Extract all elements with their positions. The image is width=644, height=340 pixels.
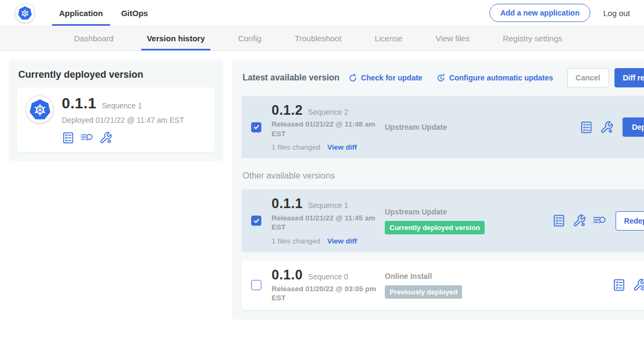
deployed-version-details: 0.1.1 Sequence 1 Deployed 01/21/22 @ 11:… (62, 95, 184, 144)
version-source: Online Install Previously deployed (382, 272, 612, 299)
kubernetes-logo-icon (29, 99, 51, 121)
version-info: 0.1.0 Sequence 0 Released 01/20/22 @ 03:… (272, 268, 382, 303)
version-checkbox[interactable] (251, 122, 261, 132)
view-config-icon[interactable] (633, 278, 644, 292)
version-checkbox[interactable] (251, 216, 261, 226)
version-actions (612, 278, 644, 292)
subnav-item-version-history[interactable]: Version history (141, 26, 210, 50)
deployed-timestamp: Deployed 01/21/22 @ 11:47 am EST (62, 116, 184, 124)
view-diff-link[interactable]: View diff (327, 237, 357, 245)
source-label: Upstream Update (385, 123, 580, 131)
deployed-sequence-label: Sequence 1 (102, 101, 142, 110)
check-for-update-link[interactable]: Check for update (348, 73, 422, 83)
kubernetes-logo[interactable] (15, 3, 35, 23)
source-label: Upstream Update (385, 208, 552, 216)
status-badge: Previously deployed (385, 285, 462, 299)
subnav-item-registry-settings[interactable]: Registry settings (497, 26, 568, 50)
logout-link[interactable]: Log out (603, 9, 630, 18)
diff-releases-button[interactable]: Diff releases (614, 68, 644, 87)
available-versions-panel: Latest available version Check for updat… (232, 60, 644, 320)
latest-available-title: Latest available version (243, 73, 340, 83)
subnav-item-troubleshoot[interactable]: Troubleshoot (289, 26, 347, 50)
version-number: 0.1.2 (272, 103, 303, 117)
version-info: 0.1.1 Sequence 1 Released 01/21/22 @ 11:… (272, 196, 382, 245)
main-content: Currently deployed version 0.1.1 Sequenc… (0, 51, 644, 328)
edit-config-icon[interactable] (600, 121, 613, 134)
app-sub-nav: Dashboard Version history Config Trouble… (0, 26, 644, 51)
checklist-icon[interactable] (62, 131, 75, 144)
sequence-label: Sequence 1 (308, 201, 348, 210)
released-timestamp: Released 01/21/22 @ 11:48 am EST (272, 120, 378, 138)
status-badge: Currently deployed version (385, 221, 485, 234)
subnav-item-dashboard[interactable]: Dashboard (69, 26, 119, 50)
other-versions-title: Other available versions (243, 171, 644, 181)
release-notes-icon[interactable] (593, 214, 606, 227)
files-changed-label: 1 files changed (272, 237, 320, 245)
version-actions (552, 214, 606, 227)
subnav-item-view-files[interactable]: View files (430, 26, 475, 50)
check-for-update-label: Check for update (361, 73, 422, 82)
currently-deployed-card: Currently deployed version 0.1.1 Sequenc… (9, 60, 223, 161)
version-source: Upstream Update (382, 123, 580, 131)
checklist-icon[interactable] (580, 121, 593, 134)
release-notes-icon[interactable] (80, 131, 93, 144)
top-nav-tabs: Application GitOps (52, 0, 159, 26)
version-source: Upstream Update Currently deployed versi… (382, 208, 552, 234)
tab-application[interactable]: Application (52, 0, 110, 26)
version-info: 0.1.2 Sequence 2 Released 01/21/22 @ 11:… (272, 103, 382, 151)
redeploy-button[interactable]: Redeploy (616, 211, 644, 231)
view-diff-link[interactable]: View diff (327, 143, 357, 151)
released-timestamp: Released 01/21/22 @ 11:45 am EST (272, 213, 378, 232)
version-row: 0.1.2 Sequence 2 Released 01/21/22 @ 11:… (241, 96, 644, 158)
top-nav: Application GitOps Add a new application… (0, 0, 644, 26)
version-actions (580, 121, 613, 134)
checklist-icon[interactable] (612, 278, 626, 292)
files-changed-label: 1 files changed (272, 143, 320, 151)
subnav-item-license[interactable]: License (369, 26, 408, 50)
app-logo (26, 95, 54, 123)
deployed-version-number: 0.1.1 (62, 95, 97, 111)
edit-config-icon[interactable] (99, 131, 112, 144)
checkmark-icon (253, 218, 260, 224)
panel-header: Latest available version Check for updat… (241, 68, 644, 87)
currently-deployed-title: Currently deployed version (18, 69, 215, 80)
tab-gitops[interactable]: GitOps (114, 0, 155, 26)
add-application-button[interactable]: Add a new application (489, 4, 590, 22)
version-number: 0.1.0 (272, 268, 303, 282)
version-row: 0.1.0 Sequence 0 Released 01/20/22 @ 03:… (241, 261, 644, 310)
clock-refresh-icon (436, 73, 445, 83)
kubernetes-logo-icon (18, 6, 32, 20)
edit-config-icon[interactable] (573, 214, 586, 227)
cancel-button[interactable]: Cancel (567, 68, 609, 87)
refresh-icon (348, 73, 357, 83)
sequence-label: Sequence 2 (308, 108, 348, 116)
top-nav-right: Add a new application Log out (489, 4, 630, 22)
version-row: 0.1.1 Sequence 1 Released 01/21/22 @ 11:… (241, 189, 644, 252)
source-label: Online Install (385, 272, 612, 280)
deployed-version-card: 0.1.1 Sequence 1 Deployed 01/21/22 @ 11:… (17, 87, 215, 152)
version-checkbox[interactable] (251, 280, 261, 290)
released-timestamp: Released 01/20/22 @ 03:05 pm EST (272, 284, 378, 303)
deploy-button[interactable]: Deploy (623, 117, 644, 137)
checkmark-icon (253, 124, 260, 130)
sequence-label: Sequence 0 (308, 272, 348, 281)
checklist-icon[interactable] (552, 214, 566, 227)
subnav-item-config[interactable]: Config (233, 26, 267, 50)
configure-updates-link[interactable]: Configure automatic updates (436, 73, 553, 83)
version-number: 0.1.1 (272, 196, 303, 210)
configure-updates-label: Configure automatic updates (449, 73, 553, 82)
